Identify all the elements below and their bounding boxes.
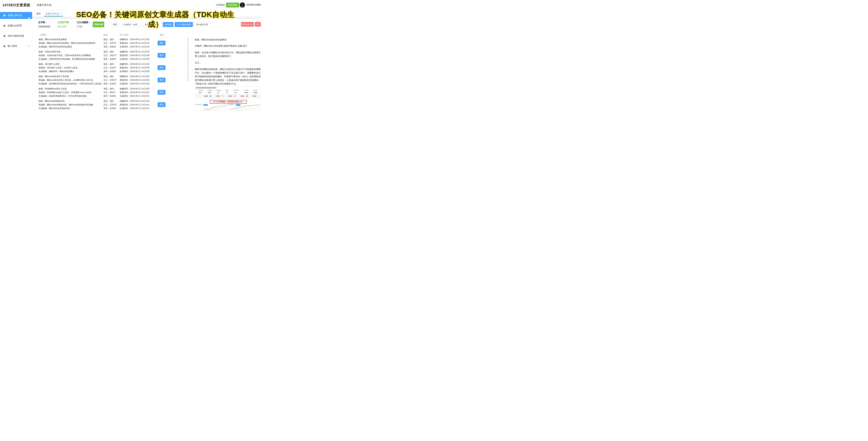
wordcount-value: 1007字	[110, 42, 117, 44]
time-cell: 创建时间：2024-05-21 14:12:53 更新时间：2024-05-21…	[120, 37, 154, 49]
reset-failed-button[interactable]: 重置失败文章	[241, 22, 254, 27]
preview-button[interactable]: 预览	[158, 53, 165, 58]
table-header-import-time: 导入时间	[120, 33, 128, 36]
time-cell: 创建时间：2024-05-21 14:12:53 更新时间：2024-05-21…	[120, 61, 154, 73]
stat-used-words-value: 8431800	[57, 25, 67, 28]
tab-label: 批量文章生成	[45, 12, 59, 15]
tutorial-button[interactable]: 使用教程	[214, 3, 227, 7]
mini-chart-left	[196, 104, 227, 110]
keyword-cell: 标题：百度seo技术优化 双标题：百度seo技术优化，百度seo排名优化公司哪家…	[38, 49, 102, 61]
mini-val-blur	[199, 92, 202, 93]
tab-active-underline	[44, 16, 63, 17]
contact-support-button[interactable]: 联系客服	[226, 3, 239, 7]
publish-value: 未发布	[110, 45, 116, 48]
status-cell: 状态：成功 正文：1062字 发布：未发布	[103, 74, 121, 86]
sidebar-item-batch-article-generation[interactable]: 批量文章生成	[0, 12, 32, 19]
title-value: 网站seo如何优化效果好	[45, 38, 67, 41]
table-row: 标题：网站seo如何优化效果好 双标题：网站seo如何优化效果好，网站seo如何…	[36, 37, 189, 49]
start-generation-button[interactable]: 开始生成	[93, 22, 104, 27]
mouse-cursor	[28, 17, 31, 20]
mini-col-blur	[198, 90, 203, 91]
table-row: 标题：网站seo排名优化工具在线 双标题：网站seo排名优化工具在线，seo网站…	[36, 74, 189, 86]
global-config-button[interactable]: 全局配置	[163, 22, 174, 27]
status-cell: 状态：成功 正文：1007字 发布：未发布	[103, 37, 121, 49]
import-keywords-button[interactable]: 导入关键词/标题	[175, 22, 193, 27]
time-cell: 创建时间：2024-05-21 14:12:53 更新时间：2024-05-21…	[120, 74, 154, 86]
mini-icon-band	[195, 94, 260, 98]
table-header-action: 操作	[159, 33, 164, 36]
preview-description-line: 描述：本文将介绍网站SEO的优化方法，帮助您提升网站在搜索引擎上的排名，吸引更多…	[195, 51, 261, 58]
close-icon[interactable]: ×	[60, 12, 62, 15]
publish-status-select[interactable]: 发布状态：全部	[142, 22, 162, 27]
mini-val-blur	[204, 96, 208, 97]
sidebar-item-account-management[interactable]: 账户管理	[0, 43, 32, 50]
mini-col-blur	[253, 90, 257, 91]
mini-val-blur	[241, 96, 244, 97]
double-title-value: 网站seo如何优化效果好，网站seo如何优化效果好些	[47, 42, 95, 44]
preview-button[interactable]: 预览	[158, 77, 165, 82]
preview-button[interactable]: 预览	[158, 102, 165, 107]
keyword-cell: 标题：跨境电商seo是什么意思 双标题：跨境电商seo是什么意思，跨境电商 cr…	[38, 86, 102, 98]
user-id: 65e4811dfb644f0	[247, 3, 261, 6]
status-cell: 状态：成功 正文：1116字 发布：未发布	[103, 61, 121, 73]
home-icon	[3, 45, 6, 48]
export-success-button[interactable]: 导出成功文章	[194, 22, 210, 27]
mini-col-blur	[225, 90, 229, 91]
avatar[interactable]	[240, 2, 245, 8]
table-header-keyword: 关键词	[40, 33, 46, 36]
preview-button[interactable]: 预览	[158, 41, 165, 45]
sidebar-item-label: 账户管理	[8, 44, 17, 48]
mini-blue-button	[203, 104, 208, 106]
home-icon	[3, 14, 6, 17]
status-cell: 状态：成功 正文：2301字 发布：未发布	[103, 49, 121, 61]
tab-home[interactable]: 首页	[34, 11, 43, 17]
tabs-bar: 首页 批量文章生成 ×	[32, 10, 261, 17]
clear-button[interactable]: 清空	[255, 22, 261, 27]
table-row: 标题：SEO是什么意思 双标题：SEO是什么意思，seo是什么意思 生成标题：揭…	[36, 61, 189, 74]
stat-icon-blue	[210, 95, 212, 97]
keyword-cell: 标题：网站seo如何做好优化 双标题：网站seo如何做好优化，网站seo如何做好…	[38, 98, 102, 110]
sidebar-item-label: 批量站点管理	[8, 24, 22, 27]
sidebar-item-batch-site-management[interactable]: 批量站点管理	[0, 22, 32, 29]
stat-used-words-label: 已使用字数：	[57, 21, 71, 24]
preview-paragraph: 随着互联网的快速发展，网站已经成为企业展示产品和服务的重要平台。仅仅拥有一个美观…	[195, 67, 261, 86]
status-cell: 状态：成功 正文：954字 发布：未发布	[103, 86, 121, 98]
tab-batch-article-generation[interactable]: 批量文章生成 ×	[44, 11, 63, 17]
case-study-screenshot: 147SEO官网案例，收录和排名稳定上升！	[195, 86, 260, 110]
preview-button[interactable]: 预览	[158, 90, 165, 95]
mini-val-blur	[217, 92, 219, 93]
table-row: 标题：网站seo如何做好优化 双标题：网站seo如何做好优化，网站seo如何做好…	[36, 98, 189, 110]
screenshot-caption-blur	[196, 87, 216, 88]
generation-status-select[interactable]: 生成状态：全部	[120, 22, 141, 27]
mini-val-blur	[228, 96, 232, 97]
double-title-label: 双标题：	[38, 42, 47, 44]
breadcrumb: 批量文章生成	[37, 3, 51, 7]
time-cell: 创建时间：2024-05-21 14:12:53 更新时间：2024-05-21…	[120, 49, 154, 61]
status-cell: 状态：成功 正文：1233字 发布：未发布	[103, 98, 121, 110]
table-row: 标题：跨境电商seo是什么意思 双标题：跨境电商seo是什么意思，跨境电商 cr…	[36, 86, 189, 99]
home-icon	[3, 35, 6, 37]
time-cell: 创建时间：2024-05-21 14:12:53 更新时间：2024-05-21…	[120, 98, 154, 110]
table-header-status: 状态	[103, 33, 108, 36]
sidebar: 批量文章生成 批量站点管理 实时关键词挖掘 账户管理	[0, 10, 32, 110]
preview-button[interactable]: 预览	[158, 65, 165, 70]
keyword-cell: 标题：网站seo排名优化工具在线 双标题：网站seo排名优化工具在线，seo网站…	[38, 74, 102, 86]
legend-blur	[196, 104, 202, 105]
refresh-button[interactable]: 刷新	[111, 22, 119, 27]
tab-label: 首页	[36, 12, 41, 15]
sidebar-item-label: 实时关键词挖掘	[8, 34, 24, 37]
gen-title-value: 网站SEO如何优化效果好	[49, 45, 72, 48]
preview-keywords-line: 关键词：网站SEO,优化效果,搜索引擎排名,流量,用户	[195, 44, 261, 48]
mini-val-blur	[253, 96, 256, 97]
person-icon	[240, 2, 245, 8]
keyword-cell: 标题：SEO是什么意思 双标题：SEO是什么意思，seo是什么意思 生成标题：揭…	[38, 61, 102, 73]
vertical-scrollbar[interactable]	[187, 37, 188, 82]
sidebar-item-realtime-keyword-mining[interactable]: 实时关键词挖掘	[0, 32, 32, 39]
case-annotation: 147SEO官网案例，收录和排名稳定上升！	[210, 100, 247, 104]
mini-val-blur	[245, 92, 248, 93]
app-title: 147SEO文章系统	[2, 3, 30, 7]
stat-generated-count-label: 已生成篇数：	[77, 21, 91, 24]
mini-col-blur	[216, 90, 221, 91]
mini-val-blur	[254, 92, 257, 93]
app-window: 147SEO文章系统 批量文章生成 使用教程 联系客服 65e4811dfb64…	[0, 0, 261, 110]
